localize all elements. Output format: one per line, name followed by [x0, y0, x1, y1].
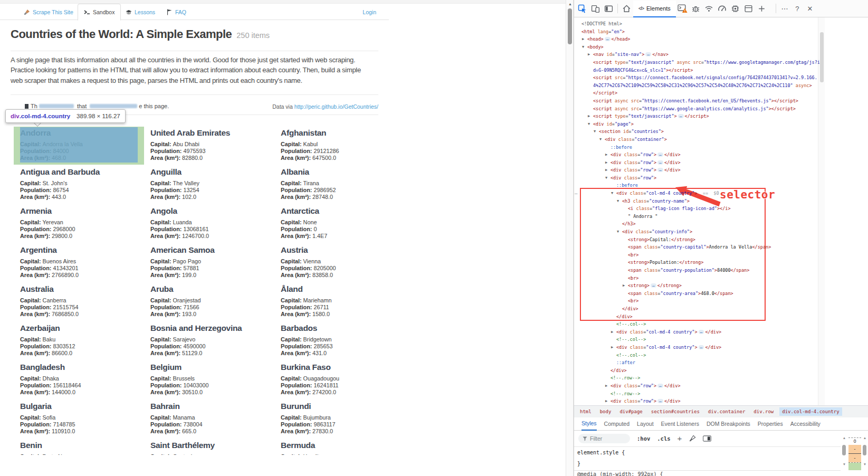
breadcrumb-div-container[interactable]: div.container	[705, 407, 748, 416]
tree-row[interactable]: <span class="country-population">84000</…	[574, 266, 868, 274]
sidebar-tab-properties[interactable]: Properties	[758, 417, 783, 431]
expander-closed-icon[interactable]: ▶	[605, 166, 611, 174]
nav-item-scrape-this-site[interactable]: Scrape This Site	[24, 4, 73, 20]
breadcrumb-div-col-md-4-country[interactable]: div.col-md-4.country	[779, 407, 842, 416]
tree-row[interactable]: <!--.row-->	[574, 390, 868, 398]
expander-closed-icon[interactable]: ▶	[605, 382, 611, 390]
expand-ellipsis-button[interactable]: …	[657, 153, 663, 157]
nav-item-faq[interactable]: FAQ	[166, 4, 186, 20]
more-icon[interactable]: ⋯	[778, 5, 791, 13]
rendering-brush-icon[interactable]	[689, 435, 696, 442]
hint-link-blurred[interactable]	[39, 104, 74, 108]
tree-row[interactable]: ▶<div class="row">…</div>	[574, 151, 868, 159]
styles-scrollbar[interactable]: ▲ ▼	[841, 433, 847, 476]
expander-closed-icon[interactable]: ▶	[605, 159, 611, 167]
tree-row[interactable]: </div>	[574, 305, 868, 313]
expander-open-icon[interactable]: ▼	[588, 120, 593, 128]
tree-row[interactable]: <br>	[574, 251, 868, 259]
expander-open-icon[interactable]: ▼	[582, 43, 587, 51]
expander-closed-icon[interactable]: ▶	[582, 35, 587, 43]
tree-row[interactable]: ::after	[574, 359, 868, 367]
expand-ellipsis-button[interactable]: …	[605, 37, 611, 41]
scroll-up-arrow-icon[interactable]: ▲	[841, 436, 847, 440]
expander-open-icon[interactable]: ▼	[599, 136, 605, 144]
toggle-cls[interactable]: .cls	[657, 435, 670, 442]
tree-row[interactable]: </script>	[574, 89, 868, 97]
tree-row[interactable]: <!--.col-->	[574, 320, 868, 328]
expand-ellipsis-button[interactable]: …	[657, 168, 663, 172]
tree-row[interactable]: </div>	[574, 313, 868, 321]
tree-row[interactable]: <!DOCTYPE html>	[574, 20, 868, 28]
tree-row[interactable]: <html lang="en">	[574, 28, 868, 36]
page-scrollbar-thumb[interactable]	[568, 8, 572, 44]
breadcrumb-html[interactable]: html	[577, 407, 594, 416]
tree-row[interactable]: <script type="text/javascript" async src…	[574, 59, 868, 66]
expander-open-icon[interactable]: ▼	[605, 174, 611, 182]
tree-row[interactable]: ▼<section id="countries">	[574, 128, 868, 136]
expand-ellipsis-button[interactable]: …	[645, 52, 651, 56]
tree-row[interactable]: " Andorra "	[574, 213, 868, 221]
close-icon[interactable]: ✕	[804, 5, 816, 13]
breadcrumb-div-page[interactable]: div#page	[617, 407, 645, 416]
tree-row[interactable]: ▼<div class="country-info">	[574, 228, 868, 236]
bug-icon[interactable]	[689, 2, 702, 15]
expander-closed-icon[interactable]: ▶	[588, 51, 593, 59]
expander-closed-icon[interactable]: ▶	[611, 328, 616, 336]
scrollbar-thumb[interactable]	[842, 445, 846, 455]
expand-ellipsis-button[interactable]: …	[651, 283, 656, 288]
hint-link-blurred[interactable]	[90, 104, 137, 108]
tree-row[interactable]: <strong>Population:</strong>	[574, 259, 868, 266]
login-link[interactable]: Login	[363, 4, 376, 20]
tree-row[interactable]: </h3>	[574, 220, 868, 228]
tree-row[interactable]: ▼<body>	[574, 43, 868, 51]
tree-row[interactable]: <!--.row-->	[574, 374, 868, 382]
panel-layout-icon[interactable]	[602, 2, 615, 15]
sidebar-tab-styles[interactable]: Styles	[581, 417, 597, 431]
breadcrumb-div-row[interactable]: div.row	[751, 407, 776, 416]
tree-row[interactable]: <script async src="https://www.google-an…	[574, 105, 868, 113]
nav-item-sandbox[interactable]: Sandbox	[78, 4, 121, 21]
expand-ellipsis-button[interactable]: …	[678, 114, 684, 118]
expander-closed-icon[interactable]: ▶	[611, 344, 616, 351]
computed-styles-sidebar-toggle-icon[interactable]	[703, 435, 711, 442]
plus-icon[interactable]	[755, 2, 768, 15]
expand-ellipsis-button[interactable]: …	[699, 345, 704, 349]
home-icon[interactable]	[620, 2, 633, 15]
tree-row[interactable]: <!--.col-->	[574, 351, 868, 359]
expand-ellipsis-button[interactable]: …	[699, 330, 704, 334]
tree-row[interactable]: 4%2C77%2C67%2C109%2C59%2C58%2C31%2C96%2C…	[574, 82, 868, 90]
help-icon[interactable]: ?	[791, 5, 804, 13]
scroll-up-arrow-icon[interactable]: ▲	[566, 2, 574, 6]
memory-chip-icon[interactable]	[729, 2, 742, 15]
expander-open-icon[interactable]: ▼	[594, 128, 599, 136]
sidebar-tab-dom-breakpoints[interactable]: DOM Breakpoints	[707, 417, 750, 431]
tree-row[interactable]: ▶<strong>…</strong>	[574, 282, 868, 290]
performance-gauge-icon[interactable]	[716, 2, 729, 15]
tree-row[interactable]: ▼<div class="col-md-4 country"> == $0	[574, 189, 868, 197]
scroll-down-arrow-icon[interactable]: ▼	[862, 462, 868, 466]
nav-item-lessons[interactable]: Lessons	[126, 4, 155, 20]
inspect-icon[interactable]	[576, 2, 589, 15]
tree-row[interactable]: ▶<div class="col-md-4 country">…</div>	[574, 328, 868, 336]
tree-row[interactable]: ▶<head>…</head>	[574, 35, 868, 43]
breadcrumb-section-countries[interactable]: section#countries	[648, 407, 702, 416]
devtools-right-scrollbar[interactable]: ▲ ▼	[862, 433, 868, 476]
element-style-close[interactable]: }	[574, 458, 841, 469]
device-emulation-icon[interactable]	[589, 2, 602, 15]
tree-row[interactable]: ::before	[574, 182, 868, 189]
tree-row[interactable]: <script src="https://connect.facebook.ne…	[574, 74, 868, 82]
tree-row[interactable]: d=G-09N5RQCFG4&cx=c&_slc=1"></script>	[574, 66, 868, 74]
toggle-hov[interactable]: :hov	[637, 435, 650, 442]
tree-row[interactable]: ▶<script type="text/javascript">…</scrip…	[574, 112, 868, 120]
tree-row[interactable]: ▼<h3 class="country-name">	[574, 197, 868, 205]
expand-ellipsis-button[interactable]: …	[657, 384, 663, 388]
element-style-open[interactable]: element.style {	[574, 447, 841, 458]
expander-open-icon[interactable]: ▼	[611, 189, 616, 197]
tree-row[interactable]: </div>	[574, 367, 868, 375]
scrollbar-thumb[interactable]	[863, 445, 866, 455]
page-scrollbar[interactable]: ▲	[566, 0, 574, 476]
tree-row[interactable]: ▼<div class="container">	[574, 136, 868, 144]
console-warning-icon[interactable]	[676, 2, 689, 15]
tree-row[interactable]: <!--.col-->	[574, 336, 868, 344]
network-wifi-icon[interactable]	[702, 2, 716, 15]
